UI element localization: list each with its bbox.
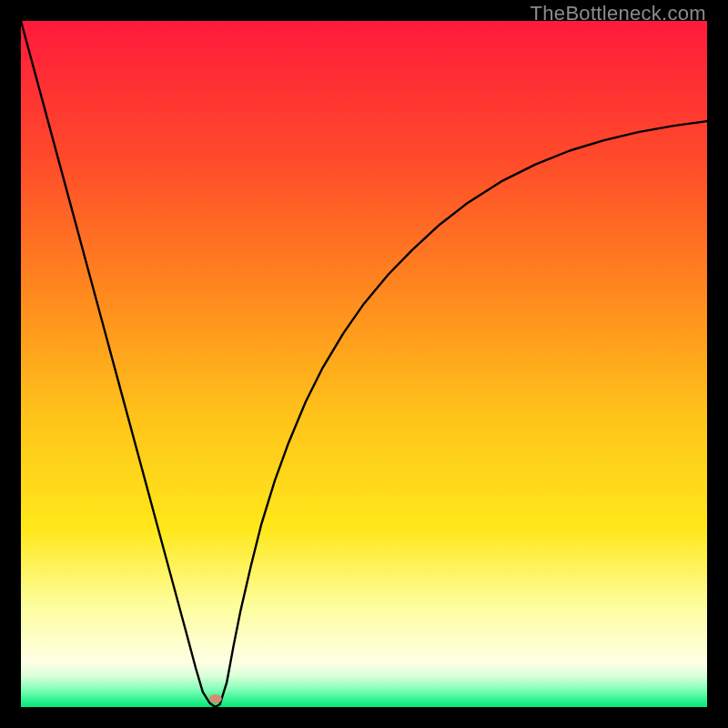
bottleneck-chart — [21, 21, 707, 707]
marker-dot — [209, 694, 222, 703]
gradient-background — [21, 21, 707, 707]
chart-frame — [21, 21, 707, 707]
